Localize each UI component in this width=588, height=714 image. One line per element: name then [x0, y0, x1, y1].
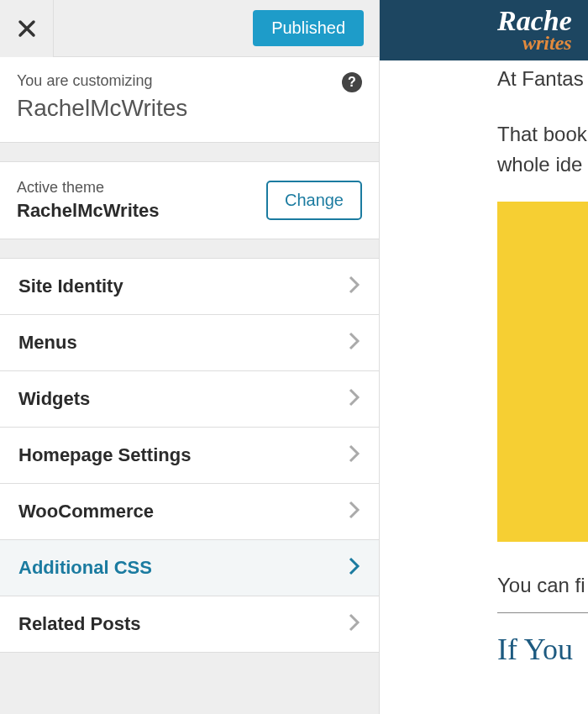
customizing-info: You are customizing RachelMcWrites ? [0, 57, 379, 143]
change-theme-button[interactable]: Change [266, 181, 362, 220]
active-theme-name: RachelMcWrites [17, 200, 160, 222]
nav-item-label: WooCommerce [18, 501, 154, 522]
site-title: RachelMcWrites [17, 95, 362, 122]
preview-header: Rache writes [380, 0, 588, 60]
theme-text: Active theme RachelMcWrites [17, 179, 160, 222]
chevron-right-icon [349, 501, 360, 522]
spacer [0, 653, 379, 714]
nav-item-label: Homepage Settings [18, 444, 191, 466]
divider [497, 612, 588, 613]
close-icon [17, 18, 37, 39]
chevron-right-icon [349, 332, 360, 354]
chevron-right-icon [349, 276, 360, 297]
spacer [0, 239, 379, 258]
preview-text: You can fi [497, 574, 588, 597]
customizer-topbar: Published [0, 0, 379, 57]
close-button[interactable] [0, 0, 54, 57]
nav-site-identity[interactable]: Site Identity [0, 259, 379, 315]
preview-text: That book [497, 123, 588, 146]
preview-image-block [497, 202, 588, 542]
active-theme-label: Active theme [17, 179, 160, 197]
nav-menus[interactable]: Menus [0, 315, 379, 371]
nav-item-label: Related Posts [18, 613, 141, 635]
customizer-sidebar: Published You are customizing RachelMcWr… [0, 0, 380, 714]
help-icon[interactable]: ? [342, 72, 362, 92]
chevron-right-icon [349, 613, 360, 635]
preview-text: whole ide [497, 153, 588, 176]
nav-item-label: Widgets [18, 388, 90, 410]
nav-related-posts[interactable]: Related Posts [0, 596, 379, 653]
nav-homepage-settings[interactable]: Homepage Settings [0, 428, 379, 484]
chevron-right-icon [349, 444, 360, 466]
preview-heading: If You [497, 632, 588, 667]
spacer [0, 143, 379, 161]
nav-item-label: Site Identity [18, 276, 123, 297]
nav-widgets[interactable]: Widgets [0, 371, 379, 428]
customizer-nav-list: Site Identity Menus Widgets Homepage Set… [0, 258, 379, 653]
logo-text-top: Rache [497, 8, 572, 34]
nav-item-label: Menus [18, 332, 77, 354]
customizing-label: You are customizing [17, 72, 362, 90]
site-logo: Rache writes [497, 8, 572, 52]
nav-woocommerce[interactable]: WooCommerce [0, 484, 379, 540]
preview-paragraph: That book whole ide [380, 123, 588, 176]
site-preview: Rache writes At Fantas That book whole i… [380, 0, 588, 714]
active-theme-section: Active theme RachelMcWrites Change [0, 161, 379, 239]
chevron-right-icon [349, 557, 360, 579]
chevron-right-icon [349, 388, 360, 410]
nav-additional-css[interactable]: Additional CSS [0, 540, 379, 596]
logo-text-bottom: writes [522, 34, 572, 53]
preview-body: At Fantas That book whole ide You can fi… [380, 60, 588, 667]
preview-text: At Fantas [497, 67, 588, 91]
publish-button[interactable]: Published [253, 10, 364, 46]
nav-item-label: Additional CSS [18, 557, 152, 579]
